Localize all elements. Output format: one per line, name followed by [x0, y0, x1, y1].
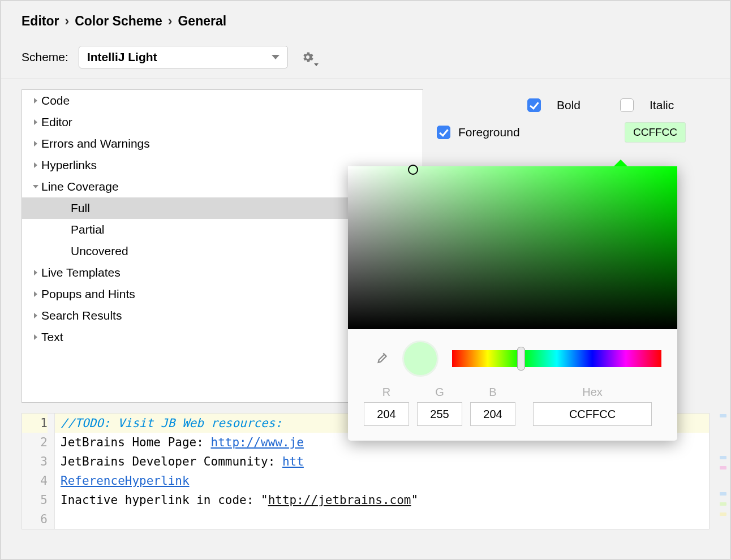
chevron-right-icon [30, 119, 41, 125]
saturation-value-panel[interactable] [348, 166, 677, 329]
tree-item-label: Partial [71, 223, 105, 236]
chevron-right-icon: › [64, 14, 69, 29]
code-line: ReferenceHyperlink [61, 471, 709, 490]
foreground-checkbox[interactable] [437, 126, 450, 139]
italic-checkbox[interactable] [620, 98, 634, 112]
code-text: " [411, 493, 419, 507]
tree-item-editor[interactable]: Editor [22, 111, 423, 133]
tree-item-label: Errors and Warnings [41, 137, 150, 150]
eyedropper-icon [374, 350, 389, 365]
tree-item-label: Search Results [41, 309, 122, 322]
g-label: G [435, 386, 444, 399]
color-picker: R G B Hex [348, 166, 677, 441]
r-label: R [382, 386, 390, 399]
tree-item-label: Uncovered [71, 244, 128, 258]
minimap-marker [720, 414, 726, 417]
hex-input[interactable] [533, 402, 652, 426]
chevron-down-icon [272, 55, 280, 59]
tree-item-label: Text [41, 330, 63, 344]
minimap-marker [720, 492, 726, 496]
code-line: JetBrains Developer Community: htt [61, 452, 709, 471]
line-number: 4 [22, 471, 48, 490]
tree-item-label: Editor [41, 115, 72, 129]
inactive-hyperlink: http://jetbrains.com [268, 493, 411, 507]
gutter: 1 2 3 4 5 6 [22, 413, 55, 529]
breadcrumb-color-scheme[interactable]: Color Scheme [75, 14, 162, 29]
breadcrumb-editor[interactable]: Editor [22, 14, 59, 29]
tree-item-label: Live Templates [41, 266, 121, 279]
tree-item-label: Popups and Hints [41, 287, 135, 301]
bold-label: Bold [557, 98, 580, 112]
gear-icon [301, 50, 315, 64]
chevron-right-icon: › [168, 14, 173, 29]
code-text: Inactive hyperlink in code: " [61, 493, 268, 507]
foreground-color-value: CCFFCC [633, 126, 677, 139]
chevron-down-icon [30, 184, 41, 189]
line-number: 6 [22, 510, 48, 529]
minimap-marker [720, 466, 726, 469]
tree-item-label: Code [41, 94, 70, 107]
tree-item-errors[interactable]: Errors and Warnings [22, 133, 423, 154]
tree-item-label: Hyperlinks [41, 158, 97, 172]
scheme-select-value: IntelliJ Light [87, 50, 157, 64]
line-number: 5 [22, 490, 48, 510]
color-preview-swatch [402, 341, 438, 377]
breadcrumb-general[interactable]: General [178, 14, 226, 29]
hyperlink[interactable]: http://www.je [211, 436, 304, 449]
scheme-label: Scheme: [22, 50, 68, 64]
hue-thumb[interactable] [517, 347, 525, 371]
foreground-color-button[interactable]: CCFFCC [625, 122, 686, 143]
scheme-select[interactable]: IntelliJ Light [79, 46, 288, 68]
tree-item-code[interactable]: Code [22, 90, 423, 111]
b-label: B [489, 386, 496, 399]
divider [1, 79, 730, 79]
hex-label: Hex [582, 386, 603, 399]
g-input[interactable] [417, 402, 462, 426]
italic-label: Italic [650, 98, 674, 112]
chevron-right-icon [30, 162, 41, 168]
tree-item-label: Full [71, 201, 90, 215]
tree-item-label: Line Coverage [41, 180, 119, 193]
sv-thumb[interactable] [408, 165, 418, 175]
b-input[interactable] [470, 402, 515, 426]
r-input[interactable] [364, 402, 409, 426]
chevron-right-icon [30, 291, 41, 297]
minimap[interactable] [719, 407, 728, 523]
foreground-label: Foreground [458, 126, 520, 139]
chevron-right-icon [30, 334, 41, 340]
chevron-right-icon [30, 313, 41, 318]
code-line: Inactive hyperlink in code: "http://jetb… [61, 490, 709, 510]
line-number: 2 [22, 433, 48, 452]
code-text: JetBrains Developer Community: [61, 455, 282, 468]
chevron-right-icon [30, 98, 41, 104]
line-number: 1 [22, 413, 48, 433]
code-text: JetBrains Home Page: [61, 436, 211, 449]
eyedropper-button[interactable] [374, 350, 389, 368]
dropdown-caret-icon [314, 62, 319, 67]
code-line [61, 510, 709, 529]
minimap-marker [720, 512, 726, 516]
minimap-marker [720, 456, 726, 459]
chevron-right-icon [30, 270, 41, 275]
line-number: 3 [22, 452, 48, 471]
minimap-marker [720, 502, 726, 506]
hyperlink[interactable]: htt [282, 455, 304, 468]
hue-slider[interactable] [452, 350, 661, 367]
gear-button[interactable] [298, 48, 317, 67]
bold-checkbox[interactable] [527, 98, 541, 112]
reference-hyperlink[interactable]: ReferenceHyperlink [61, 474, 190, 488]
chevron-right-icon [30, 141, 41, 147]
breadcrumb: Editor › Color Scheme › General [22, 14, 710, 29]
